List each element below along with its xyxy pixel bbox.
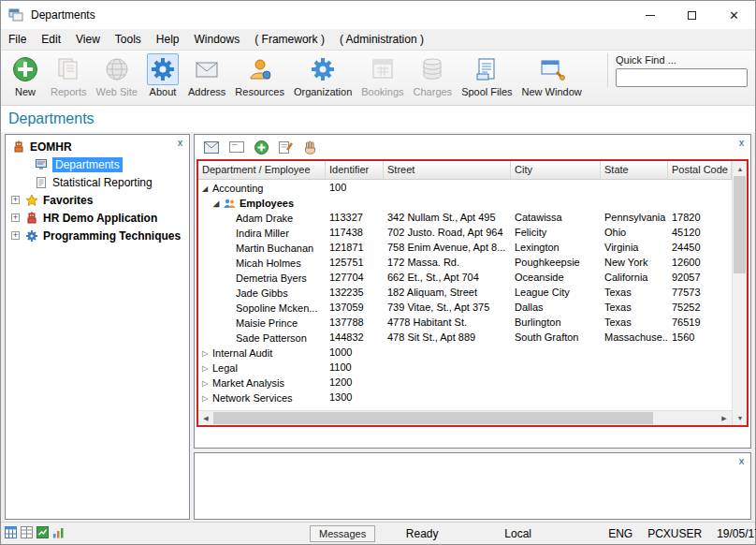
mail-icon[interactable] xyxy=(204,141,219,154)
toolbar-reports-button[interactable]: Reports xyxy=(46,53,92,97)
column-header[interactable]: City xyxy=(511,161,601,179)
menu-help[interactable]: Help xyxy=(149,30,187,49)
toolbar-label: Web Site xyxy=(96,86,138,97)
expand-arrow-icon[interactable]: ▷ xyxy=(202,346,212,360)
tree-panel-close-icon[interactable]: x xyxy=(173,136,187,150)
chart-view-icon[interactable] xyxy=(36,526,49,541)
menu-view[interactable]: View xyxy=(68,30,108,49)
table-row[interactable]: ▷Market Analysis1200 xyxy=(198,375,732,390)
horizontal-scrollbar[interactable]: ◀ ▶ xyxy=(198,410,732,425)
tree-item-hr-demo-application[interactable]: + HR Demo Application xyxy=(6,209,189,227)
expand-arrow-icon[interactable]: ▷ xyxy=(202,391,212,405)
toolbar-label: Charges xyxy=(414,86,453,97)
expand-plus-icon[interactable]: + xyxy=(11,231,20,240)
table-row[interactable]: Demetria Byers127704662 Et., St., Apt 70… xyxy=(198,270,732,285)
column-header[interactable]: Street xyxy=(384,161,511,179)
table-row[interactable]: Martin Buchanan121871758 Enim Avenue, Ap… xyxy=(198,240,732,255)
vertical-scrollbar[interactable]: ▲ ▼ xyxy=(732,161,747,425)
table-row[interactable]: Maisie Prince1377884778 Habitant St.Burl… xyxy=(198,315,732,330)
tree-item-programming-techniques[interactable]: + Programming Techniques xyxy=(6,227,189,244)
column-header[interactable]: Department / Employee xyxy=(198,161,326,179)
table-row[interactable]: ▷Network Services1300 xyxy=(198,390,732,405)
cell xyxy=(384,180,511,195)
card-icon[interactable] xyxy=(229,141,244,153)
toolbar-spool-files-button[interactable]: Spool Files xyxy=(457,53,516,97)
cell: 702 Justo. Road, Apt 964 xyxy=(384,225,511,240)
table-row[interactable]: Indira Miller117438702 Justo. Road, Apt … xyxy=(198,225,732,240)
toolbar-about-button[interactable]: About xyxy=(142,53,183,97)
horizontal-scroll-thumb[interactable] xyxy=(213,412,653,424)
add-icon[interactable] xyxy=(254,140,269,155)
tree-item-favorites[interactable]: + Favorites xyxy=(6,191,189,209)
tree-item-label: Programming Techniques xyxy=(43,229,181,243)
menu-tools[interactable]: Tools xyxy=(108,30,149,49)
expand-arrow-icon[interactable]: ▷ xyxy=(202,361,212,375)
maximize-button[interactable] xyxy=(671,1,713,29)
cell xyxy=(384,375,511,390)
table-row[interactable]: ▷Internal Audit1000 xyxy=(198,345,732,360)
table-row[interactable]: ▷Legal1100 xyxy=(198,360,732,375)
toolbar-charges-button[interactable]: Charges xyxy=(409,53,458,97)
tree-item-statistical-reporting[interactable]: Statistical Reporting xyxy=(6,173,189,191)
cell xyxy=(668,390,732,405)
collapse-arrow-icon[interactable]: ◢ xyxy=(202,182,212,195)
list-panel-close-icon[interactable]: x xyxy=(734,136,749,150)
cell xyxy=(326,195,384,210)
cell: Massachuse... xyxy=(601,330,668,345)
scroll-right-icon[interactable]: ▶ xyxy=(717,411,732,426)
sort-chart-icon[interactable] xyxy=(52,526,65,541)
table-row[interactable]: Adam Drake113327342 Nullam St., Apt 495C… xyxy=(198,210,732,225)
cell-name: Micah Holmes xyxy=(198,255,326,270)
toolbar-organization-button[interactable]: Organization xyxy=(289,53,356,97)
table-row[interactable]: Jade Gibbs132235182 Aliquam, StreetLeagu… xyxy=(198,285,732,300)
collapse-arrow-icon[interactable]: ◢ xyxy=(213,197,224,210)
cell-name: ▷Legal xyxy=(198,360,326,375)
messages-button[interactable]: Messages xyxy=(310,525,375,542)
menu-edit[interactable]: Edit xyxy=(34,30,68,49)
detail-panel-close-icon[interactable]: x xyxy=(734,454,749,468)
grid-view-icon[interactable] xyxy=(5,526,17,541)
row-label: Market Analysis xyxy=(212,377,284,389)
department-table: Department / Employee Identifier Street … xyxy=(196,159,749,427)
table-row[interactable]: Sade Patterson144832478 Sit St., Apt 889… xyxy=(198,330,732,345)
toolbar-new-window-button[interactable]: New Window xyxy=(517,53,587,97)
navigation-tree: EOMHR Departments Statistical Reporting … xyxy=(6,138,189,244)
cell: 12600 xyxy=(668,255,732,270)
toolbar-resources-button[interactable]: Resources xyxy=(230,53,289,97)
cell xyxy=(511,180,601,195)
vertical-scroll-thumb[interactable] xyxy=(734,176,746,273)
tree-item-eomhr[interactable]: EOMHR xyxy=(6,138,189,155)
scroll-down-icon[interactable]: ▼ xyxy=(733,410,748,425)
tree-item-departments[interactable]: Departments xyxy=(6,155,189,173)
column-header[interactable]: Identifier xyxy=(326,161,384,179)
hand-icon[interactable] xyxy=(303,140,317,155)
expand-arrow-icon[interactable]: ▷ xyxy=(202,376,212,390)
table-row[interactable]: Micah Holmes125751172 Massa. Rd.Poughkee… xyxy=(198,255,732,270)
column-header[interactable]: State xyxy=(601,161,668,179)
toolbar-address-button[interactable]: Address xyxy=(183,53,230,97)
table-row[interactable]: ◢Accounting100 xyxy=(198,180,732,195)
title-bar[interactable]: Departments ✕ xyxy=(1,1,755,29)
edit-form-icon[interactable] xyxy=(279,140,293,154)
toolbar-website-button[interactable]: Web Site xyxy=(92,53,142,97)
row-label: Adam Drake xyxy=(236,213,293,224)
close-button[interactable]: ✕ xyxy=(713,1,755,29)
scroll-up-icon[interactable]: ▲ xyxy=(733,161,748,176)
cell xyxy=(511,345,601,360)
toolbar-bookings-button[interactable]: Bookings xyxy=(356,53,408,97)
minimize-button[interactable] xyxy=(629,1,671,29)
toolbar-new-button[interactable]: New xyxy=(5,53,46,97)
menu-windows[interactable]: Windows xyxy=(187,30,248,49)
menu-file[interactable]: File xyxy=(1,30,34,49)
table-row[interactable]: ◢Employees xyxy=(198,195,732,210)
menu-framework[interactable]: ( Framework ) xyxy=(247,30,332,49)
cell: Virginia xyxy=(601,240,668,255)
column-header[interactable]: Postal Code xyxy=(668,161,732,179)
table-view-icon[interactable] xyxy=(21,526,33,541)
scroll-left-icon[interactable]: ◀ xyxy=(198,411,213,426)
menu-administration[interactable]: ( Administration ) xyxy=(332,30,431,49)
expand-plus-icon[interactable]: + xyxy=(11,196,20,204)
quick-find-input[interactable] xyxy=(616,68,748,87)
expand-plus-icon[interactable]: + xyxy=(11,214,20,222)
table-row[interactable]: Sopoline Mcken...137059739 Vitae, St., A… xyxy=(198,300,732,315)
